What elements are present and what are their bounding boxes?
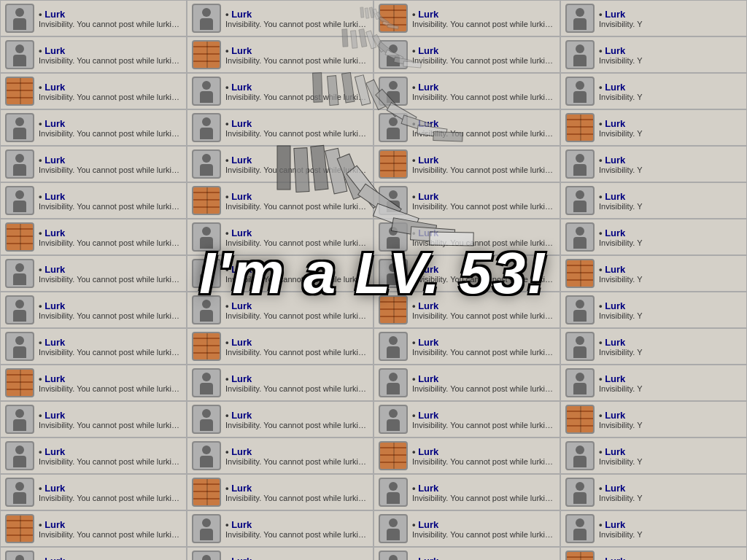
user-name: Lurk [599,373,742,384]
person-icon [7,551,33,560]
user-name: Lurk [599,82,742,93]
list-item: Lurk Invisibility. You cannot post while… [374,547,560,560]
cell-info: Lurk Invisibility. Y [599,155,742,174]
avatar [5,113,34,142]
list-item: Lurk Invisibility. Y [560,474,747,510]
user-name: Lurk [412,9,555,20]
person-icon [193,295,220,324]
user-status: Invisibility. Y [599,93,742,101]
person-icon [193,149,220,179]
user-name: Lurk [39,155,182,166]
avatar [565,295,595,324]
list-item: Lurk Invisibility. You cannot post while… [0,36,187,73]
user-name: Lurk [599,410,742,421]
avatar [379,514,408,543]
user-name: Lurk [39,483,182,494]
list-item: Lurk Invisibility. You cannot post while… [0,219,187,255]
user-status: Invisibility. Y [599,348,742,357]
avatar [192,113,221,142]
person-icon [567,149,593,179]
cell-info: Lurk Invisibility. Y [599,556,742,561]
cell-info: Lurk Invisibility. You cannot post while… [39,410,182,429]
user-status: Invisibility. Y [599,238,742,247]
list-item: Lurk Invisibility. You cannot post while… [187,36,374,73]
cell-info: Lurk Invisibility. You cannot post while… [225,9,368,28]
user-name: Lurk [412,519,555,530]
user-status: Invisibility. You cannot post while lurk… [412,311,555,320]
user-status: Invisibility. You cannot post while lurk… [225,384,368,393]
user-name: Lurk [225,82,368,93]
cell-info: Lurk Invisibility. You cannot post while… [412,45,555,65]
cell-info: Lurk Invisibility. You cannot post while… [39,228,182,247]
user-name: Lurk [412,118,555,129]
avatar [379,259,408,288]
list-item: Lurk Invisibility. You cannot post while… [0,401,187,438]
user-status: Invisibility. You cannot post while lurk… [39,56,182,65]
list-item: Lurk Invisibility. Y [560,365,747,401]
person-icon [567,186,593,215]
user-status: Invisibility. You cannot post while lurk… [39,311,182,320]
avatar [565,551,595,560]
user-status: Invisibility. You cannot post while lurk… [225,129,368,138]
cell-info: Lurk Invisibility. You cannot post while… [412,9,555,28]
cell-info: Lurk Invisibility. You cannot post while… [39,155,182,174]
user-status: Invisibility. You cannot post while lurk… [39,93,182,101]
cell-info: Lurk Invisibility. You cannot post while… [39,483,182,502]
avatar [5,186,34,215]
user-name: Lurk [39,118,182,129]
user-status: Invisibility. You cannot post while lurk… [39,20,182,28]
person-icon [7,4,33,33]
person-icon [567,40,593,69]
list-item: Lurk Invisibility. You cannot post while… [0,474,187,510]
cell-info: Lurk Invisibility. Y [599,9,742,28]
user-name: Lurk [225,45,368,56]
cell-info: Lurk Invisibility. You cannot post while… [39,264,182,284]
list-item: Lurk Invisibility. You cannot post while… [374,109,560,146]
list-item: Lurk Invisibility. You cannot post while… [374,365,560,401]
person-icon [380,368,406,397]
cell-info: Lurk Invisibility. Y [599,519,742,539]
list-item: Lurk Invisibility. You cannot post while… [187,109,374,146]
user-name: Lurk [39,45,182,56]
cell-info: Lurk Invisibility. You cannot post while… [412,191,555,211]
avatar [565,40,595,69]
user-name: Lurk [412,373,555,384]
avatar [379,4,408,33]
cell-info: Lurk Invisibility. You cannot post while… [225,519,368,539]
user-name: Lurk [599,45,742,56]
user-name: Lurk [39,373,182,384]
user-name: Lurk [412,191,555,202]
avatar [5,368,34,397]
cell-info: Lurk Invisibility. Y [599,337,742,357]
user-name: Lurk [412,155,555,166]
avatar [5,40,34,69]
user-status: Invisibility. You cannot post while lurk… [412,129,555,138]
person-icon [567,478,593,507]
list-item: Lurk Invisibility. You cannot post while… [374,292,560,328]
list-item: Lurk Invisibility. You cannot post while… [0,510,187,547]
list-item: Lurk Invisibility. Y [560,292,747,328]
person-icon [567,222,593,252]
list-item: Lurk Invisibility. You cannot post while… [187,328,374,365]
avatar [192,222,221,252]
avatar [5,222,34,252]
cell-info: Lurk Invisibility. Y [599,45,742,65]
user-name: Lurk [412,446,555,457]
cell-info: Lurk Invisibility. You cannot post while… [39,300,182,320]
person-icon [567,514,593,543]
user-name: Lurk [599,264,742,275]
cell-info: Lurk Invisibility. You cannot post while… [412,446,555,466]
list-item: Lurk Invisibility. You cannot post while… [374,255,560,292]
user-status: Invisibility. You cannot post while lurk… [412,384,555,393]
avatar [192,149,221,179]
list-item: Lurk Invisibility. You cannot post while… [374,219,560,255]
user-status: Invisibility. You cannot post while lurk… [412,20,555,28]
cell-info: Lurk Invisibility. You cannot post while… [412,118,555,138]
user-name: Lurk [412,228,555,238]
user-status: Invisibility. You cannot post while lurk… [225,348,368,357]
avatar [192,478,221,507]
person-icon [7,259,33,288]
avatar [379,441,408,470]
list-item: Lurk Invisibility. You cannot post while… [187,401,374,438]
cell-info: Lurk Invisibility. You cannot post while… [225,483,368,502]
